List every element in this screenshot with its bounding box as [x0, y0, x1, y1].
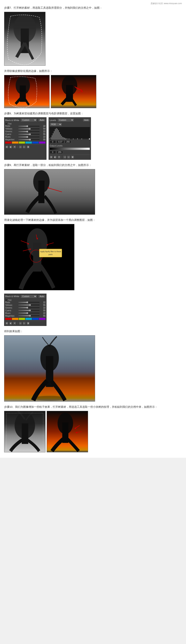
svg-rect-23 [56, 128, 57, 140]
bw-auto-button[interactable]: Auto [38, 118, 45, 122]
levels-output-white[interactable] [57, 151, 63, 154]
yellows-label: Yellows: [5, 128, 17, 130]
levels-auto-button[interactable]: Auto [83, 118, 90, 122]
blues2-value: 22 [40, 312, 45, 314]
bw2-auto-button[interactable]: Auto [38, 295, 45, 298]
reds-slider[interactable] [18, 126, 39, 126]
step7b-image-block [4, 75, 182, 108]
blues2-slider[interactable] [18, 313, 39, 314]
step7-image-block [4, 12, 182, 66]
levels-tool2[interactable]: ◐ [54, 156, 57, 159]
bw2-tool6[interactable]: 🗑 [26, 322, 30, 325]
bw2-preset-dropdown[interactable]: Custom [20, 295, 37, 298]
step7b-section: 并用软橡皮擦软化视的边缘，如图所示： [4, 69, 182, 108]
step7b-before-image [4, 75, 50, 108]
magentas-slider[interactable] [18, 139, 39, 140]
tint-checkbox[interactable] [5, 123, 7, 125]
cyans2-value: 55 [40, 309, 45, 312]
svg-rect-44 [38, 181, 45, 203]
yellows2-slider[interactable] [18, 304, 39, 306]
page-wrapper: 思缘设计社区 www.missyuan.com 步骤7、打开树的素材，用选取工具… [0, 0, 186, 458]
step7b-after-image [51, 75, 96, 108]
levels-panel-toolbar: ⊞ ◐ ✦ ◁ ▷ 🗑 [50, 154, 90, 159]
bw-tool2[interactable]: ◐ [9, 145, 12, 148]
bw2-magentas-row: Magentas: 55 [5, 315, 45, 317]
svg-rect-20 [53, 133, 53, 140]
yellows2-label: Yellows: [5, 304, 17, 306]
svg-rect-19 [52, 135, 52, 140]
svg-rect-61 [39, 249, 62, 257]
bw2-tool2[interactable]: ◐ [9, 322, 12, 325]
levels-preset-dropdown[interactable]: Custom [57, 118, 74, 122]
cyans2-slider[interactable] [18, 310, 39, 311]
bw2-yellows-row: Yellows: 55 [5, 304, 45, 306]
bw-panel-toolbar: ⊞ ◐ ✦ ◁ ▷ 🗑 [5, 144, 45, 148]
black-white-panel: Black & White Custom Auto Tint Reds: [4, 117, 46, 160]
levels-output-black[interactable] [50, 151, 56, 154]
greens-slider[interactable] [18, 131, 39, 132]
svg-rect-26 [59, 132, 60, 140]
step7b-title: 并用软橡皮擦软化视的边缘，如图所示： [4, 69, 182, 73]
levels-tool4[interactable]: ◁ [63, 156, 66, 159]
step10-composite-image [47, 411, 88, 452]
magentas2-slider[interactable] [18, 315, 39, 316]
bw-panel-header: Black & White Custom Auto [5, 118, 45, 122]
bw2-tool1[interactable]: ⊞ [5, 322, 8, 325]
watermark-text: 思缘设计社区 www.missyuan.com [151, 2, 182, 4]
bw-greens-row: Greens: 22 [5, 130, 45, 132]
liquify-section: 用液化滤镜处理一下树素材的边缘，并为该层添加一个黑白调整图层，如图： [4, 218, 182, 290]
blues-label: Blues: [5, 136, 17, 138]
levels-tool6[interactable]: 🗑 [71, 156, 74, 159]
svg-rect-27 [60, 134, 61, 140]
bw2-tool3[interactable]: ✦ [13, 322, 16, 325]
svg-rect-32 [67, 138, 67, 140]
levels-histogram [50, 127, 90, 140]
levels-input-gamma[interactable] [57, 140, 64, 144]
step7-tree-image [4, 12, 45, 66]
levels-input-white[interactable] [65, 140, 71, 144]
bw2-tint-row: Tint [5, 299, 45, 301]
step9-result-title: 得到效果如图： [4, 329, 182, 334]
bw-tool5[interactable]: ▷ [22, 145, 26, 148]
blues-slider[interactable] [18, 136, 39, 138]
magentas2-value: 55 [40, 315, 45, 317]
step8-panels: Black & White Custom Auto Tint Reds: [4, 117, 182, 160]
liquify-image: Apply liquify filter to these parts [4, 224, 74, 290]
bw-yellows-row: Yellows: 54 [5, 128, 45, 130]
bw-tool4[interactable]: ◁ [19, 145, 22, 148]
step9-title: 步骤9、再打开树素材，选取一部分，粘贴到我们的文档之中，如图所示： [4, 163, 182, 168]
svg-point-0 [14, 14, 36, 43]
levels-tool1[interactable]: ⊞ [50, 156, 53, 159]
reds-label: Reds: [5, 125, 17, 127]
svg-line-3 [25, 43, 33, 59]
yellows-slider[interactable] [18, 128, 39, 129]
output-levels-label: Output Levels: [50, 145, 63, 147]
bw-blues-row: Blues: 22 [5, 136, 45, 138]
bw-tool1[interactable]: ⊞ [5, 145, 8, 148]
cyans-slider[interactable] [18, 134, 39, 135]
bw-tool3[interactable]: ✦ [13, 145, 16, 148]
tint2-label: Tint [8, 299, 11, 301]
levels-input-black[interactable] [50, 140, 56, 144]
magentas-label: Magentas: [5, 138, 17, 141]
levels-tool3[interactable]: ✦ [57, 156, 61, 159]
cyans2-label: Cyans: [5, 309, 17, 312]
reds2-label: Reds: [5, 301, 17, 304]
bw2-tool4[interactable]: ◁ [19, 322, 22, 325]
levels-tool5[interactable]: ▷ [67, 156, 70, 159]
levels-channel-dropdown[interactable]: RGB [50, 123, 62, 126]
greens-label: Greens: [5, 130, 17, 132]
tint2-checkbox[interactable] [5, 299, 7, 301]
svg-rect-24 [57, 129, 58, 140]
levels-output-row [50, 151, 90, 154]
liquify-title: 用液化滤镜处理一下树素材的边缘，并为该层添加一个黑白调整图层，如图： [4, 218, 182, 222]
greens2-label: Greens: [5, 307, 17, 309]
bw-tool6[interactable]: 🗑 [26, 145, 30, 148]
step10-tree-image [4, 411, 45, 452]
greens2-value: 22 [40, 307, 45, 309]
bw-preset-dropdown[interactable]: Custom [20, 118, 37, 122]
bw2-tool5[interactable]: ▷ [22, 322, 26, 325]
greens2-slider[interactable] [18, 307, 39, 308]
step9-result-image [4, 335, 95, 402]
reds2-slider[interactable] [18, 302, 39, 303]
